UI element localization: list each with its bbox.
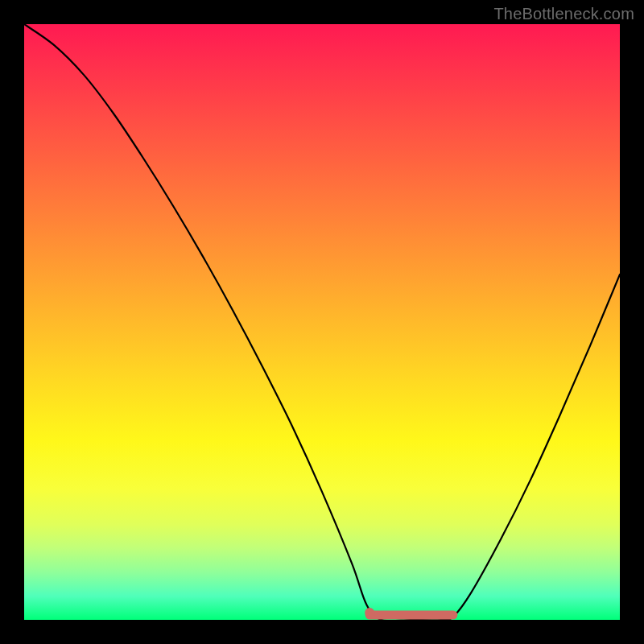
curve-line bbox=[24, 24, 620, 620]
attribution-label: TheBottleneck.com bbox=[493, 5, 634, 23]
chart-svg bbox=[24, 24, 620, 620]
flat-region-start-dot bbox=[365, 608, 374, 617]
plot-area bbox=[24, 24, 620, 620]
chart-frame: TheBottleneck.com bbox=[0, 0, 644, 644]
